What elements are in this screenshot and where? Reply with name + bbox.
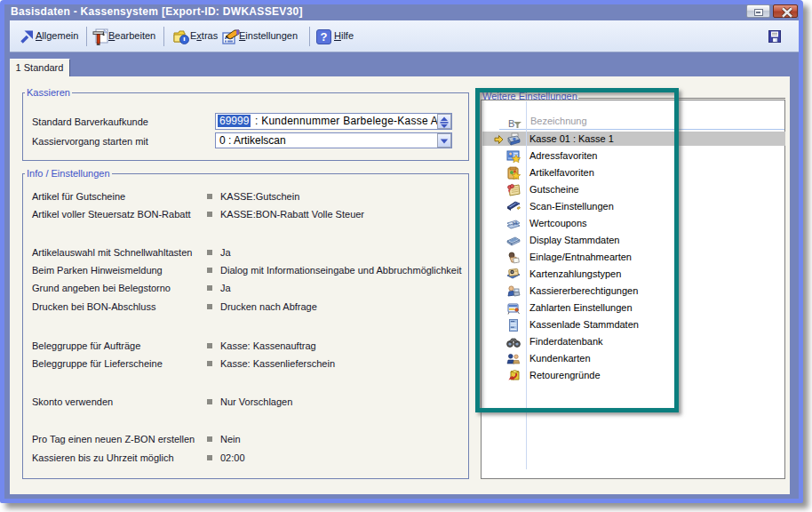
svg-text:?: ? <box>321 30 328 44</box>
